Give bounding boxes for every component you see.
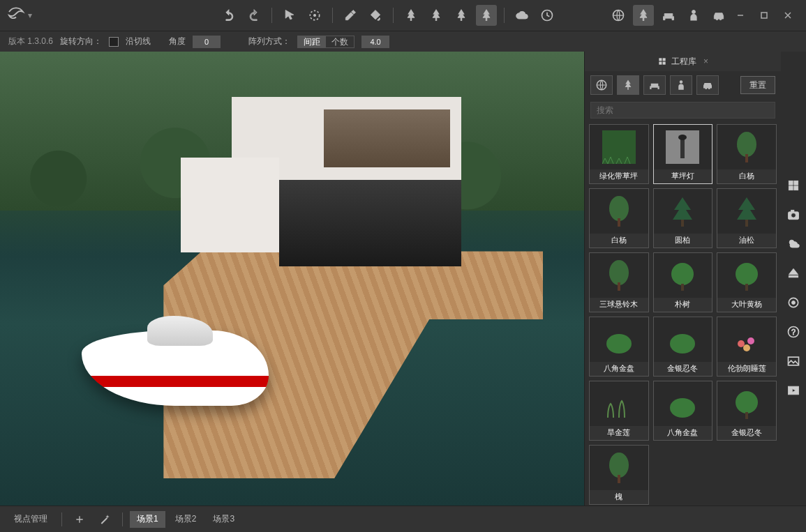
sub-toolbar: 版本 1.3.0.6 旋转方向： 沿切线 角度 阵列方式： 间距 个数: [0, 31, 806, 52]
asset-label: 八角金盘: [590, 362, 648, 376]
asset-thumb: [717, 125, 776, 169]
asset-label: 金银忍冬: [654, 362, 712, 376]
asset-label: 朴树: [654, 298, 712, 312]
bottom-bar: 视点管理 场景1场景2场景3: [0, 506, 806, 532]
asset-thumb: [590, 317, 648, 362]
library-panel: 工程库 × 重置 绿化带草坪草坪灯白杨白杨圆柏油松三球悬铃木朴树大叶黄杨八角金盘…: [584, 52, 781, 506]
tangent-checkbox[interactable]: [109, 37, 119, 47]
rail-export-button[interactable]: [785, 265, 802, 282]
place-plant-a-button[interactable]: [401, 5, 421, 26]
asset-label: 三球悬铃木: [590, 298, 648, 312]
seg-distance[interactable]: 间距: [298, 36, 326, 47]
scene-effects-button[interactable]: [94, 511, 115, 528]
asset-label: 草坪灯: [654, 169, 712, 183]
asset-thumb: [717, 317, 776, 362]
asset-item[interactable]: 白杨: [717, 124, 777, 184]
asset-label: 白杨: [717, 169, 776, 183]
svg-rect-34: [761, 13, 767, 18]
scene-tab[interactable]: 场景3: [206, 511, 241, 528]
asset-label: 大叶黄杨: [717, 298, 776, 312]
reset-button[interactable]: 重置: [740, 76, 775, 94]
array-value-input[interactable]: [361, 36, 389, 48]
asset-item[interactable]: 草坪灯: [653, 124, 713, 184]
asset-thumb: [654, 125, 712, 169]
asset-item[interactable]: 伦勃朗睡莲: [717, 317, 777, 377]
asset-thumb: [717, 381, 776, 426]
panel-close-button[interactable]: ×: [703, 56, 708, 66]
asset-thumb: [654, 253, 712, 298]
asset-thumb: [654, 189, 712, 234]
window-maximize-button[interactable]: [757, 8, 771, 22]
place-plant-b-button[interactable]: [426, 5, 447, 26]
angle-input[interactable]: [193, 36, 221, 48]
scene-tab[interactable]: 场景1: [130, 511, 165, 528]
time-button[interactable]: [537, 5, 558, 26]
asset-label: 槐: [590, 490, 648, 504]
asset-thumb: [717, 189, 776, 234]
rail-settings-button[interactable]: [785, 294, 802, 311]
place-plant-array-button[interactable]: [476, 5, 497, 26]
rail-help-button[interactable]: [785, 324, 802, 340]
right-rail: [781, 52, 806, 506]
asset-label: 绿化带草坪: [590, 169, 648, 183]
asset-item[interactable]: 白杨: [589, 188, 649, 248]
viewpoint-mgmt-button[interactable]: 视点管理: [7, 511, 54, 528]
viewport-3d[interactable]: [0, 52, 584, 506]
rail-gallery-button[interactable]: [785, 353, 802, 370]
asset-item[interactable]: 绿化带草坪: [589, 124, 649, 184]
add-scene-button[interactable]: [69, 511, 90, 528]
top-toolbar: ▾: [0, 0, 806, 31]
panel-cat-plants[interactable]: [617, 75, 639, 95]
category-vehicles-button[interactable]: [708, 5, 729, 26]
undo-button[interactable]: [218, 5, 239, 26]
window-minimize-button[interactable]: [733, 8, 747, 22]
angle-label: 角度: [169, 36, 186, 47]
window-close-button[interactable]: [781, 8, 795, 22]
category-globe-button[interactable]: [608, 5, 629, 26]
category-furniture-button[interactable]: [658, 5, 679, 26]
place-plant-c-button[interactable]: [451, 5, 472, 26]
eyedropper-button[interactable]: [340, 5, 361, 26]
rail-video-button[interactable]: [785, 382, 802, 399]
asset-item[interactable]: 八角金盘: [653, 381, 713, 441]
asset-item[interactable]: 朴树: [653, 252, 713, 312]
weather-button[interactable]: [512, 5, 532, 26]
asset-label: 伦勃朗睡莲: [717, 362, 776, 376]
category-plants-button[interactable]: [633, 5, 654, 26]
rail-layout-button[interactable]: [785, 177, 802, 194]
asset-item[interactable]: 旱金莲: [589, 381, 649, 441]
panel-cat-globe[interactable]: [590, 75, 613, 95]
asset-item[interactable]: 金银忍冬: [717, 381, 777, 441]
asset-label: 油松: [717, 234, 776, 248]
panel-title-bar: 工程库 ×: [585, 52, 781, 71]
rail-environment-button[interactable]: [785, 236, 802, 252]
select-tool-button[interactable]: [279, 5, 300, 26]
orbit-tool-button[interactable]: [304, 5, 325, 26]
asset-item[interactable]: 八角金盘: [589, 317, 649, 377]
asset-item[interactable]: 槐: [589, 445, 649, 505]
panel-title: 工程库: [671, 56, 696, 68]
asset-item[interactable]: 金银忍冬: [653, 317, 713, 377]
rail-screenshot-button[interactable]: [785, 206, 802, 223]
array-mode-label: 阵列方式：: [248, 36, 290, 47]
asset-item[interactable]: 油松: [717, 188, 777, 248]
asset-label: 白杨: [590, 234, 648, 248]
array-mode-segmented[interactable]: 间距 个数: [297, 36, 355, 48]
grid-icon: [657, 56, 667, 66]
tangent-label: 沿切线: [126, 36, 151, 47]
scene-tab[interactable]: 场景2: [168, 511, 204, 528]
panel-cat-people[interactable]: [670, 75, 692, 95]
redo-button[interactable]: [244, 5, 264, 26]
asset-thumb: [717, 253, 776, 298]
category-people-button[interactable]: [683, 5, 704, 26]
asset-label: 金银忍冬: [717, 426, 776, 440]
asset-item[interactable]: 圆柏: [653, 188, 713, 248]
paint-button[interactable]: [365, 5, 386, 26]
asset-item[interactable]: 大叶黄杨: [717, 252, 777, 312]
panel-cat-furniture[interactable]: [643, 75, 666, 95]
asset-item[interactable]: 三球悬铃木: [589, 252, 649, 312]
rotate-direction-label: 旋转方向：: [60, 36, 102, 47]
panel-cat-vehicles[interactable]: [696, 75, 719, 95]
search-input[interactable]: [590, 102, 775, 119]
seg-count[interactable]: 个数: [326, 36, 354, 47]
